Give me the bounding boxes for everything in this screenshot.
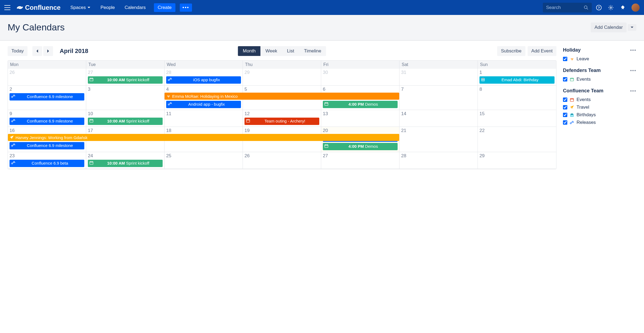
- calendar-cell[interactable]: 1010:00 AM Sprint kickoff: [86, 110, 165, 127]
- more-button[interactable]: •••: [180, 4, 192, 12]
- calendar-event[interactable]: Team outing - Archery!: [244, 118, 319, 125]
- day-number: 15: [479, 111, 555, 117]
- cal-icon: [89, 119, 94, 122]
- confluence-logo[interactable]: Confluence: [17, 4, 61, 11]
- calendar-cell[interactable]: 27: [321, 152, 400, 169]
- calendar-cell[interactable]: 1Emad Abdi: Birthday: [478, 69, 556, 86]
- calendar-event[interactable]: Confluence 6.9 milestone: [10, 118, 84, 125]
- sidebar-item-checkbox[interactable]: [563, 105, 567, 109]
- add-calendar-dropdown[interactable]: [628, 24, 636, 31]
- sidebar-item-checkbox[interactable]: [563, 120, 567, 125]
- create-button[interactable]: Create: [154, 3, 175, 12]
- calendar-cell[interactable]: 2Confluence 6.9 milestone: [8, 86, 86, 110]
- calendar-cell[interactable]: 16Confluence 6.9 milestoneHarvey Jenning…: [8, 127, 86, 152]
- view-timeline[interactable]: Timeline: [299, 46, 326, 56]
- calendar-cell[interactable]: 14: [400, 110, 478, 127]
- calendar-event[interactable]: 4:00 PM Demos: [323, 101, 398, 108]
- next-button[interactable]: [43, 46, 53, 56]
- sidebar-item[interactable]: Events: [563, 76, 636, 83]
- calendar-event-span[interactable]: Harvey Jennings: Working from Gdańsk: [8, 134, 399, 141]
- view-month[interactable]: Month: [238, 46, 261, 56]
- calendar-cell[interactable]: 30: [321, 69, 400, 86]
- sidebar-item-checkbox[interactable]: [563, 57, 567, 61]
- calendar-cell[interactable]: 28: [400, 152, 478, 169]
- sidebar-item[interactable]: Events: [563, 96, 636, 103]
- calendar-cell[interactable]: 2410:00 AM Sprint kickoff: [86, 152, 165, 169]
- calendar-cell[interactable]: 29: [478, 152, 556, 169]
- calendar-event[interactable]: 4:00 PM Demos: [323, 143, 398, 150]
- sidebar-item-label: Leave: [577, 56, 589, 62]
- sidebar-item-checkbox[interactable]: [563, 77, 567, 81]
- calendar-cell[interactable]: 12Team outing - Archery!: [243, 110, 321, 127]
- calendar-event[interactable]: 10:00 AM Sprint kickoff: [88, 76, 163, 84]
- sidebar-group-menu[interactable]: •••: [630, 68, 636, 73]
- subscribe-button[interactable]: Subscribe: [497, 46, 525, 56]
- calendar-cell[interactable]: 26: [8, 69, 86, 86]
- gift-icon: [569, 112, 574, 117]
- calendar-cell[interactable]: 26: [243, 152, 321, 169]
- calendar-cell[interactable]: 31: [400, 69, 478, 86]
- calendar-event[interactable]: 10:00 AM Sprint kickoff: [88, 160, 163, 167]
- avatar[interactable]: [631, 4, 640, 12]
- sidebar-group-menu[interactable]: •••: [630, 48, 636, 53]
- calendar-cell[interactable]: 3: [86, 86, 165, 110]
- view-week[interactable]: Week: [261, 46, 282, 56]
- svg-rect-16: [246, 120, 250, 122]
- menu-icon[interactable]: [4, 5, 12, 10]
- nav-spaces[interactable]: Spaces: [67, 0, 95, 15]
- notification-icon[interactable]: [618, 3, 628, 12]
- calendar-grid: MonTueWedThuFriSatSun 262710:00 AM Sprin…: [8, 60, 556, 169]
- calendar-cell[interactable]: 8: [478, 86, 556, 110]
- calendar-cell[interactable]: 15: [478, 110, 556, 127]
- sidebar-item-checkbox[interactable]: [563, 113, 567, 117]
- calendar-cell[interactable]: 22: [478, 127, 556, 152]
- day-number: 11: [166, 111, 241, 117]
- calendar-event[interactable]: Emad Abdi: Birthday: [479, 76, 555, 84]
- calendar-event[interactable]: Confluence 6.9 milestone: [10, 142, 84, 149]
- svg-point-0: [584, 6, 587, 9]
- palm-icon: [166, 94, 171, 98]
- gear-icon[interactable]: [606, 3, 616, 12]
- view-list[interactable]: List: [282, 46, 299, 56]
- day-number: 28: [166, 70, 241, 75]
- sidebar-item[interactable]: Leave: [563, 55, 636, 63]
- rel-icon: [11, 119, 16, 122]
- sidebar-item-checkbox[interactable]: [563, 98, 567, 102]
- today-button[interactable]: Today: [8, 46, 27, 56]
- add-event-button[interactable]: Add Event: [528, 46, 556, 56]
- calendar-toolbar: Today April 2018 Month Week List Timelin…: [8, 46, 556, 56]
- prev-button[interactable]: [32, 46, 42, 56]
- sidebar-group-menu[interactable]: •••: [630, 89, 636, 93]
- add-calendar-button[interactable]: Add Calendar: [591, 23, 627, 32]
- sidebar-item-label: Events: [577, 77, 591, 82]
- rel-icon: [11, 143, 16, 147]
- calendar-cell[interactable]: 4Android app - bugfixEmma McRae: Holiday…: [165, 86, 243, 110]
- calendar-cell[interactable]: 13: [321, 110, 400, 127]
- calendar-event[interactable]: 10:00 AM Sprint kickoff: [88, 118, 163, 125]
- page-title: My Calendars: [8, 22, 65, 33]
- help-icon[interactable]: ?: [594, 3, 604, 12]
- calendar-cell[interactable]: 25: [165, 152, 243, 169]
- calendar-event[interactable]: Confluence 6.9 beta: [10, 160, 84, 167]
- calendar-cell[interactable]: 28iOS app bugfix: [165, 69, 243, 86]
- sidebar-item[interactable]: Travel: [563, 103, 636, 111]
- calendar-cell[interactable]: 9Confluence 6.9 milestone: [8, 110, 86, 127]
- calendar-cell[interactable]: 7: [400, 86, 478, 110]
- global-search[interactable]: [543, 3, 592, 12]
- search-input[interactable]: [546, 5, 584, 10]
- nav-calendars[interactable]: Calendars: [121, 0, 150, 15]
- svg-rect-15: [90, 120, 93, 122]
- day-number: 27: [323, 153, 398, 159]
- sidebar-item[interactable]: Birthdays: [563, 111, 636, 119]
- calendar-cell[interactable]: 21: [400, 127, 478, 152]
- calendar-cell[interactable]: 29: [243, 69, 321, 86]
- calendar-event[interactable]: iOS app bugfix: [166, 76, 241, 84]
- sidebar-item[interactable]: Releases: [563, 119, 636, 126]
- calendar-cell[interactable]: 23Confluence 6.9 beta: [8, 152, 86, 169]
- calendar-event-span[interactable]: Emma McRae: Holidaying in Mexico: [165, 93, 399, 100]
- calendar-cell[interactable]: 11: [165, 110, 243, 127]
- calendar-event[interactable]: Android app - bugfix: [166, 101, 241, 108]
- nav-people[interactable]: People: [97, 0, 119, 15]
- calendar-event[interactable]: Confluence 6.9 milestone: [10, 93, 84, 100]
- calendar-cell[interactable]: 2710:00 AM Sprint kickoff: [86, 69, 165, 86]
